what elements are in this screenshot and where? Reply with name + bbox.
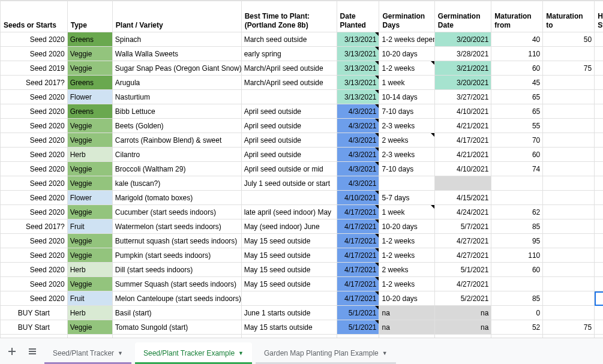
- cell-mat-from[interactable]: [491, 277, 543, 291]
- all-sheets-button[interactable]: [24, 343, 41, 360]
- cell-germ-date[interactable]: 5/1/2021: [434, 263, 491, 277]
- cell-germ-days[interactable]: 1-2 weeks: [379, 277, 434, 291]
- col-type[interactable]: Type: [67, 1, 112, 32]
- cell-type[interactable]: Greens: [67, 32, 112, 47]
- cell-germ-date[interactable]: na: [434, 306, 491, 320]
- cell-germ-date[interactable]: 4/24/2021: [434, 205, 491, 219]
- cell-type[interactable]: Veggie: [67, 320, 112, 335]
- cell-mat-to[interactable]: [543, 104, 595, 119]
- cell-harvest[interactable]: 7/21/2: [595, 234, 603, 248]
- cell-date-planted[interactable]: 4/3/2021: [337, 119, 379, 133]
- cell-mat-from[interactable]: 0: [491, 306, 543, 320]
- cell-date-planted[interactable]: 4/17/2021: [337, 291, 379, 306]
- add-sheet-button[interactable]: [4, 343, 20, 360]
- cell-harvest[interactable]: 8/5/2: [595, 248, 603, 263]
- cell-germ-days[interactable]: 5-7 days: [379, 191, 434, 205]
- cell-mat-to[interactable]: [543, 205, 595, 219]
- cell-germ-days[interactable]: 1 week: [379, 205, 434, 219]
- cell-best-time[interactable]: [241, 90, 337, 104]
- cell-date-planted[interactable]: 4/17/2021: [337, 219, 379, 234]
- cell-plant[interactable]: Basil (start): [112, 306, 241, 320]
- cell-type[interactable]: Flower: [67, 90, 112, 104]
- cell-best-time[interactable]: early spring: [241, 47, 337, 61]
- cell-mat-to[interactable]: [543, 248, 595, 263]
- cell-mat-to[interactable]: 50: [543, 32, 595, 47]
- cell-plant[interactable]: Butternut squash (start seeds indoors): [112, 234, 241, 248]
- cell-seed[interactable]: Seed 2020: [1, 205, 68, 219]
- cell-best-time[interactable]: May 15 starts outside: [241, 320, 337, 335]
- cell-seed[interactable]: Seed 2017?: [1, 219, 68, 234]
- cell-best-time[interactable]: July 1 seed outside or start: [241, 176, 337, 191]
- cell-germ-days[interactable]: 2-3 weeks: [379, 148, 434, 162]
- cell-germ-date[interactable]: na: [434, 320, 491, 335]
- cell-germ-date[interactable]: 3/20/2021: [434, 32, 491, 47]
- cell-seed[interactable]: Seed 2017?: [1, 76, 68, 90]
- cell-best-time[interactable]: April seed outside: [241, 104, 337, 119]
- cell-seed[interactable]: Seed 2020: [1, 263, 68, 277]
- cell-mat-from[interactable]: 60: [491, 148, 543, 162]
- cell-germ-date[interactable]: 4/21/2021: [434, 119, 491, 133]
- cell-harvest[interactable]: 6/18/2: [595, 205, 603, 219]
- cell-mat-to[interactable]: [543, 263, 595, 277]
- cell-mat-to[interactable]: [543, 277, 595, 291]
- cell-mat-from[interactable]: 62: [491, 205, 543, 219]
- cell-best-time[interactable]: May 15 seed outside: [241, 234, 337, 248]
- cell-mat-to[interactable]: [543, 191, 595, 205]
- cell-plant[interactable]: Carrots (Rainbow Blend) & sweet: [112, 133, 241, 148]
- cell-mat-to[interactable]: 75: [543, 61, 595, 76]
- cell-type[interactable]: Herb: [67, 263, 112, 277]
- cell-date-planted[interactable]: 4/10/2021: [337, 191, 379, 205]
- tab-seed-plant-tracker-example[interactable]: Seed/Plant Tracker Example ▼: [135, 342, 252, 364]
- col-plant[interactable]: Plant / Variety: [112, 1, 241, 32]
- cell-mat-from[interactable]: 110: [491, 47, 543, 61]
- cell-type[interactable]: Veggie: [67, 119, 112, 133]
- cell-harvest[interactable]: 5/17/2: [595, 90, 603, 104]
- cell-germ-days[interactable]: [379, 176, 434, 191]
- cell-germ-date[interactable]: 4/27/2021: [434, 248, 491, 263]
- cell-mat-from[interactable]: [491, 191, 543, 205]
- cell-type[interactable]: Herb: [67, 148, 112, 162]
- cell-mat-to[interactable]: [543, 219, 595, 234]
- cell-mat-from[interactable]: 95: [491, 234, 543, 248]
- cell-best-time[interactable]: March/April seed outside: [241, 61, 337, 76]
- cell-mat-to[interactable]: 75: [543, 320, 595, 335]
- cell-plant[interactable]: Marigold (tomato boxes): [112, 191, 241, 205]
- cell-type[interactable]: Veggie: [67, 162, 112, 176]
- cell-germ-date[interactable]: [434, 176, 491, 191]
- cell-germ-days[interactable]: 7-10 days: [379, 162, 434, 176]
- cell-best-time[interactable]: March seed outside: [241, 32, 337, 47]
- cell-mat-from[interactable]: 110: [491, 248, 543, 263]
- cell-germ-days[interactable]: 7-10 days: [379, 104, 434, 119]
- cell-type[interactable]: Fruit: [67, 291, 112, 306]
- cell-mat-from[interactable]: 40: [491, 32, 543, 47]
- col-seeds[interactable]: Seeds or Starts: [1, 1, 68, 32]
- cell-seed[interactable]: Seed 2020: [1, 291, 68, 306]
- cell-date-planted[interactable]: 4/17/2021: [337, 234, 379, 248]
- cell-germ-date[interactable]: 3/28/2021: [434, 47, 491, 61]
- cell-harvest[interactable]: 6/16/2: [595, 162, 603, 176]
- cell-harvest[interactable]: 6/12/2: [595, 133, 603, 148]
- cell-mat-to[interactable]: [543, 335, 595, 338]
- cell-germ-date[interactable]: 5/7/2021: [434, 219, 491, 234]
- cell-germ-days[interactable]: 1-2 weeks depending: [379, 32, 434, 47]
- cell-date-planted[interactable]: 3/13/2021: [337, 47, 379, 61]
- cell-germ-date[interactable]: 4/27/2021: [434, 234, 491, 248]
- cell-date-planted[interactable]: 3/13/2021: [337, 90, 379, 104]
- col-harvest[interactable]: Harvest Start Date: [595, 1, 603, 32]
- cell-best-time[interactable]: April seed outside: [241, 133, 337, 148]
- cell-germ-days[interactable]: 1-2 weeks: [379, 61, 434, 76]
- cell-type[interactable]: Veggie: [67, 47, 112, 61]
- cell-seed[interactable]: Seed 2019: [1, 61, 68, 76]
- col-mat-to[interactable]: Maturation to: [543, 1, 595, 32]
- cell-best-time[interactable]: late april (seed indoor) May: [241, 205, 337, 219]
- col-date-planted[interactable]: Date Planted: [337, 1, 379, 32]
- cell-plant[interactable]: Pumpkin (start seeds indoors): [112, 248, 241, 263]
- cell-germ-days[interactable]: [379, 335, 434, 338]
- cell-plant[interactable]: Bibb Lettuce: [112, 104, 241, 119]
- cell-mat-to[interactable]: [543, 47, 595, 61]
- col-germ-days[interactable]: Germination Days: [379, 1, 434, 32]
- cell-seed[interactable]: Seed 2020: [1, 32, 68, 47]
- cell-seed[interactable]: Seed 2020: [1, 104, 68, 119]
- cell-mat-from[interactable]: 65: [491, 104, 543, 119]
- cell-date-planted[interactable]: 3/13/2021: [337, 76, 379, 90]
